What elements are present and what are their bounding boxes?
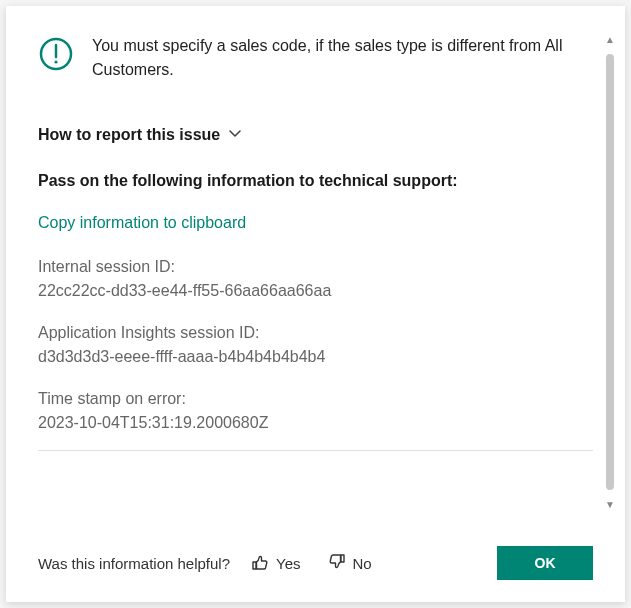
scroll-down-arrow-icon[interactable]: ▼ xyxy=(605,499,615,510)
internal-session-value: 22cc22cc-dd33-ee44-ff55-66aa66aa66aa xyxy=(38,282,593,300)
error-dialog: You must specify a sales code, if the sa… xyxy=(6,6,625,602)
feedback-yes-button[interactable]: Yes xyxy=(244,548,306,579)
yes-label: Yes xyxy=(276,555,300,572)
dialog-body: You must specify a sales code, if the sa… xyxy=(6,6,625,528)
expand-label: How to report this issue xyxy=(38,126,220,144)
app-insights-label: Application Insights session ID: xyxy=(38,324,593,342)
thumbs-up-icon xyxy=(250,552,270,575)
alert-row: You must specify a sales code, if the sa… xyxy=(38,34,593,82)
chevron-down-icon xyxy=(228,126,242,144)
divider xyxy=(38,450,593,451)
thumbs-down-icon xyxy=(327,552,347,575)
app-insights-block: Application Insights session ID: d3d3d3d… xyxy=(38,324,593,366)
no-label: No xyxy=(353,555,372,572)
internal-session-label: Internal session ID: xyxy=(38,258,593,276)
dialog-footer: Was this information helpful? Yes No OK xyxy=(6,528,625,602)
timestamp-value: 2023-10-04T15:31:19.2000680Z xyxy=(38,414,593,432)
exclamation-circle-icon xyxy=(38,36,74,76)
alert-message: You must specify a sales code, if the sa… xyxy=(92,34,593,82)
svg-point-2 xyxy=(54,60,57,63)
helpful-question: Was this information helpful? xyxy=(38,555,230,572)
timestamp-label: Time stamp on error: xyxy=(38,390,593,408)
timestamp-block: Time stamp on error: 2023-10-04T15:31:19… xyxy=(38,390,593,432)
scrollbar[interactable] xyxy=(606,54,614,490)
feedback-no-button[interactable]: No xyxy=(321,548,378,579)
expand-report-issue[interactable]: How to report this issue xyxy=(38,126,242,144)
support-heading: Pass on the following information to tec… xyxy=(38,172,593,190)
scroll-up-arrow-icon[interactable]: ▲ xyxy=(605,34,615,45)
copy-to-clipboard-link[interactable]: Copy information to clipboard xyxy=(38,214,246,232)
internal-session-block: Internal session ID: 22cc22cc-dd33-ee44-… xyxy=(38,258,593,300)
app-insights-value: d3d3d3d3-eeee-ffff-aaaa-b4b4b4b4b4b4 xyxy=(38,348,593,366)
ok-button[interactable]: OK xyxy=(497,546,593,580)
